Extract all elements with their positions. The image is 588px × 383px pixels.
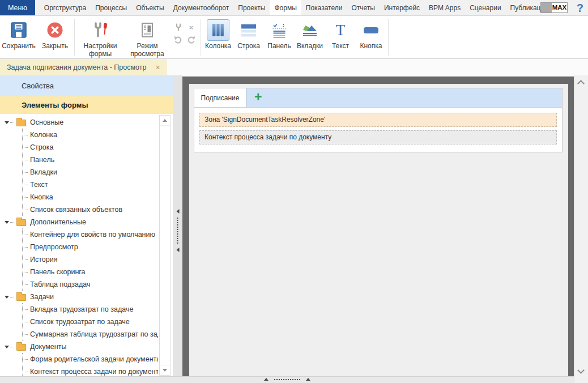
- element-button-panel[interactable]: Панель: [264, 19, 295, 50]
- tree-folder-label: Задачи: [30, 293, 54, 301]
- expander-icon[interactable]: [5, 296, 9, 299]
- menu-tab-formy[interactable]: Формы: [270, 0, 301, 15]
- tree-item[interactable]: Панель скоринга: [23, 266, 158, 278]
- column-icon: [207, 19, 229, 41]
- close-button[interactable]: Закрыть: [37, 19, 73, 50]
- menu-tabs: Оргструктура Процессы Объекты Документоо…: [40, 0, 553, 15]
- scroll-down-chevron-icon[interactable]: [577, 367, 585, 374]
- tree-item[interactable]: История: [23, 253, 158, 266]
- form-tab-podpisanie[interactable]: Подписание: [194, 88, 246, 107]
- folder-icon: [16, 344, 26, 351]
- sidebar-section-form-elements[interactable]: Элементы формы: [0, 96, 173, 114]
- view-mode-label: Режим просмотра: [124, 42, 171, 58]
- tree-item[interactable]: Суммарная таблица трудозатрат по задаче: [23, 328, 158, 341]
- menu-tab-dokumentooborot[interactable]: Документооборот: [169, 0, 234, 15]
- tree-item[interactable]: Предпросмотр: [23, 241, 158, 253]
- context-row[interactable]: Контекст процесса задачи по документу: [199, 130, 557, 144]
- tree-folder-label: Документы: [30, 343, 66, 351]
- element-label: Вкладки: [297, 42, 323, 50]
- max-toggle[interactable]: MAX: [540, 2, 568, 13]
- tree-item[interactable]: Список трудозатрат по задаче: [23, 316, 158, 328]
- expander-icon[interactable]: [5, 346, 9, 348]
- menu-tab-orgstruktura[interactable]: Оргструктура: [40, 0, 91, 15]
- tree-item[interactable]: Вкладка трудозатрат по задаче: [23, 303, 158, 316]
- form-designer-canvas: Подписание + Зона 'SignDocumentTaskResol…: [182, 76, 574, 376]
- scroll-up-chevron-icon[interactable]: [577, 80, 585, 87]
- add-tab-button[interactable]: +: [254, 88, 262, 107]
- tree-scrollbar[interactable]: [159, 115, 171, 376]
- tree-folder-dopolnitelnye[interactable]: Дополнительные: [0, 216, 158, 228]
- small-close-button[interactable]: ×: [185, 22, 197, 33]
- tree-item[interactable]: Контейнер для свойств по умолчанию: [23, 228, 158, 241]
- max-toggle-knob: [541, 3, 552, 12]
- element-button-vkladki[interactable]: Вкладки: [295, 19, 325, 50]
- zone-row[interactable]: Зона 'SignDocumentTaskResolverZone': [199, 113, 557, 127]
- tree-folder-osnovnye[interactable]: Основные: [0, 116, 158, 129]
- tree-item[interactable]: Колонка: [23, 129, 158, 141]
- element-button-kolonka[interactable]: Колонка: [203, 19, 233, 50]
- form-settings-label: Настройки формы: [76, 42, 124, 58]
- element-label: Панель: [267, 42, 291, 50]
- form-card: Подписание + Зона 'SignDocumentTaskResol…: [194, 88, 563, 152]
- element-label: Строка: [237, 42, 260, 50]
- undo-button[interactable]: [172, 34, 184, 45]
- close-circle-icon: [46, 19, 63, 41]
- element-button-tekst[interactable]: T Текст: [325, 19, 356, 50]
- tree-item[interactable]: Панель: [23, 154, 158, 166]
- tree-group: Основные Колонка Строка Панель Вкладки Т…: [0, 116, 158, 216]
- bottom-splitter-grip[interactable]: [264, 378, 310, 381]
- tree-item[interactable]: Строка: [23, 141, 158, 154]
- element-button-stroka[interactable]: Строка: [233, 19, 264, 50]
- collapse-left-icon: [176, 248, 179, 252]
- tree-item[interactable]: Вкладки: [23, 166, 158, 178]
- document-tab-close-icon[interactable]: ×: [155, 63, 160, 71]
- form-tabstrip: Подписание +: [194, 88, 562, 108]
- collapse-up-icon: [306, 378, 310, 381]
- menu-tab-scenarii[interactable]: Сценарии: [465, 0, 505, 15]
- tree-item[interactable]: Таблица подзадач: [23, 278, 158, 291]
- tree-item[interactable]: Форма родительской задачи документа: [23, 353, 158, 365]
- text-icon: T: [336, 19, 346, 41]
- expander-icon[interactable]: [5, 221, 9, 224]
- tree-item[interactable]: Контекст процесса задачи по документу: [23, 365, 158, 376]
- sidebar-splitter[interactable]: [173, 75, 182, 383]
- collapse-up-icon: [264, 378, 269, 381]
- document-tab[interactable]: Задача подписания документа - Просмотр ×: [0, 59, 167, 75]
- menu-tab-obekty[interactable]: Объекты: [131, 0, 169, 15]
- redo-button[interactable]: [185, 34, 197, 45]
- menu-tab-bpm-apps[interactable]: BPM Apps: [424, 0, 465, 15]
- tree-item[interactable]: Текст: [23, 178, 158, 191]
- tree-item[interactable]: Кнопка: [23, 191, 158, 203]
- scroll-up-button[interactable]: [160, 116, 170, 126]
- element-button-knopka[interactable]: Кнопка: [356, 19, 386, 50]
- menu-tab-proekty[interactable]: Проекты: [233, 0, 270, 15]
- left-sidebar: Свойства Элементы формы Основные Колонка…: [0, 75, 173, 376]
- tabs-icon: [301, 19, 318, 41]
- close-button-label: Закрыть: [42, 42, 68, 50]
- menu-tab-otchety[interactable]: Отчеты: [347, 0, 379, 15]
- view-mode-button[interactable]: Режим просмотра: [124, 19, 171, 58]
- save-button[interactable]: Сохранить: [0, 19, 37, 50]
- splitter-grip[interactable]: [176, 209, 179, 252]
- menu-tab-interfeys[interactable]: Интерфейс: [380, 0, 424, 15]
- help-icon[interactable]: ?: [577, 0, 583, 16]
- menu-button[interactable]: Меню: [0, 0, 35, 15]
- scroll-down-button[interactable]: [160, 365, 170, 375]
- form-settings-button[interactable]: Настройки формы: [76, 19, 124, 58]
- expander-icon[interactable]: [5, 121, 9, 124]
- tree-folder-zadachi[interactable]: Задачи: [0, 291, 158, 303]
- folder-icon: [16, 219, 26, 226]
- menu-tab-pokazateli[interactable]: Показатели: [301, 0, 347, 15]
- save-button-label: Сохранить: [2, 42, 36, 50]
- tree-item[interactable]: Список связанных объектов: [23, 203, 158, 216]
- button-icon: [364, 19, 378, 41]
- small-wrench-button[interactable]: [172, 22, 184, 33]
- form-rows: Зона 'SignDocumentTaskResolverZone' Конт…: [194, 108, 562, 150]
- sidebar-section-properties[interactable]: Свойства: [0, 75, 173, 96]
- document-tab-title: Задача подписания документа - Просмотр: [7, 63, 146, 71]
- menu-tab-processy[interactable]: Процессы: [91, 0, 131, 15]
- vertical-scrollbar[interactable]: [574, 75, 588, 383]
- tree-group: Дополнительные Контейнер для свойств по …: [0, 216, 158, 291]
- tree-folder-dokumenty[interactable]: Документы: [0, 341, 158, 353]
- bottom-splitter-bar[interactable]: [0, 376, 574, 383]
